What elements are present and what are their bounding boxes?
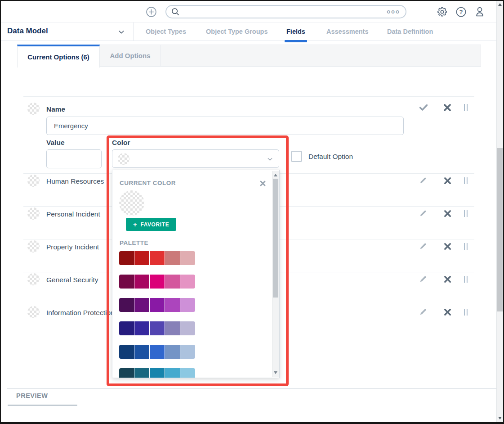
palette-row-indigos [119, 321, 195, 335]
search-icon [170, 7, 180, 17]
palette-swatch[interactable] [119, 345, 134, 359]
palette-swatch[interactable] [150, 251, 165, 265]
user-profile-icon[interactable] [474, 6, 486, 18]
scroll-down-icon[interactable] [498, 417, 502, 419]
nav-item-object-type-groups[interactable]: Object Type Groups [206, 23, 268, 41]
palette-swatch[interactable] [165, 275, 180, 289]
palette-swatch[interactable] [150, 321, 165, 335]
delete-icon[interactable] [443, 242, 452, 251]
delete-icon[interactable] [443, 209, 452, 218]
palette-swatch[interactable] [180, 321, 195, 335]
palette-heading: PALETTE [120, 239, 148, 246]
palette-swatch[interactable] [165, 298, 180, 312]
palette-swatch[interactable] [119, 298, 134, 312]
palette-swatch[interactable] [134, 251, 149, 265]
option-color-swatch-transparent [27, 207, 40, 220]
preview-heading: PREVIEW [16, 392, 48, 399]
gear-icon[interactable] [437, 6, 448, 18]
confirm-icon[interactable] [418, 102, 429, 113]
palette-swatch[interactable] [180, 345, 195, 359]
option-color-swatch-transparent [27, 240, 40, 253]
palette-row-blues [119, 345, 195, 359]
palette-row-reds [119, 251, 195, 265]
palette-swatch[interactable] [180, 298, 195, 312]
edit-pencil-icon[interactable] [419, 176, 428, 185]
palette-swatch[interactable] [119, 321, 134, 335]
palette-swatch[interactable] [150, 275, 165, 289]
palette-swatch[interactable] [150, 298, 165, 312]
palette-swatch[interactable] [134, 298, 149, 312]
section-divider [7, 388, 497, 389]
drag-handle-icon[interactable] [462, 242, 469, 251]
favorite-button[interactable]: + FAVORITE [126, 218, 176, 231]
option-color-swatch-transparent [27, 103, 40, 115]
selected-color-swatch-transparent [118, 153, 129, 165]
palette-swatch[interactable] [134, 321, 149, 335]
palette-row-teals [119, 368, 195, 378]
edit-pencil-icon[interactable] [419, 275, 428, 283]
row-divider [23, 96, 474, 97]
popup-scrollbar-thumb[interactable] [273, 179, 278, 298]
delete-icon[interactable] [443, 275, 452, 284]
tab-add-options[interactable]: Add Options [100, 45, 161, 66]
help-icon[interactable]: ? [455, 6, 467, 18]
close-icon[interactable] [259, 180, 266, 187]
palette-swatch[interactable] [165, 345, 180, 359]
search-input[interactable] [180, 8, 387, 15]
palette-swatch[interactable] [134, 275, 149, 289]
name-input[interactable] [46, 117, 404, 135]
delete-icon[interactable] [443, 176, 452, 185]
drag-handle-icon[interactable] [462, 209, 469, 218]
palette-swatch[interactable] [119, 275, 134, 289]
module-selector-dropdown[interactable]: Data Model [7, 23, 134, 41]
value-input[interactable] [46, 149, 102, 168]
option-row-label: Property Incident [46, 243, 99, 251]
palette-swatch[interactable] [165, 251, 180, 265]
drag-handle-icon[interactable] [462, 103, 469, 112]
page-scrollbar-thumb[interactable] [497, 148, 503, 311]
cancel-icon[interactable] [443, 103, 452, 112]
scroll-up-icon[interactable] [498, 3, 502, 6]
palette-swatch[interactable] [134, 368, 149, 378]
option-color-swatch-transparent [27, 273, 40, 285]
current-color-swatch-transparent [119, 190, 144, 216]
tab-current-options[interactable]: Current Options (6) [17, 45, 100, 68]
popup-scrollbar[interactable] [272, 171, 279, 377]
search-overflow-icon[interactable]: ooo [387, 9, 400, 15]
palette-swatch[interactable] [150, 345, 165, 359]
edit-pencil-icon[interactable] [419, 307, 428, 316]
nav-item-object-types[interactable]: Object Types [146, 23, 186, 41]
default-option-checkbox[interactable] [291, 151, 302, 162]
search-bar[interactable]: ooo [165, 5, 406, 18]
palette-swatch[interactable] [119, 251, 134, 265]
scroll-down-icon[interactable] [274, 371, 277, 374]
nav-item-fields[interactable]: Fields [286, 23, 305, 41]
add-icon[interactable] [146, 6, 157, 18]
preview-underline [8, 405, 77, 406]
nav-item-data-definition[interactable]: Data Definition [387, 23, 433, 41]
palette-swatch[interactable] [150, 368, 165, 378]
palette-swatch[interactable] [180, 368, 195, 378]
palette-swatch[interactable] [165, 368, 180, 378]
drag-handle-icon[interactable] [462, 275, 469, 284]
svg-text:?: ? [459, 9, 463, 15]
scroll-up-icon[interactable] [274, 174, 277, 176]
color-field-label: Color [112, 139, 130, 147]
palette-swatch[interactable] [134, 345, 149, 359]
palette-swatch[interactable] [180, 251, 195, 265]
module-selector-label: Data Model [7, 27, 48, 36]
drag-handle-icon[interactable] [462, 308, 469, 316]
color-select-dropdown[interactable] [112, 149, 279, 168]
option-color-swatch-transparent [27, 306, 40, 318]
delete-icon[interactable] [443, 308, 452, 316]
page-scrollbar[interactable] [496, 1, 503, 422]
app-window: ooo ? Data Model [0, 0, 504, 424]
palette-swatch[interactable] [119, 368, 134, 378]
nav-item-assessments[interactable]: Assessments [326, 23, 369, 41]
palette-swatch[interactable] [165, 321, 180, 335]
edit-pencil-icon[interactable] [419, 242, 428, 250]
default-option-label: Default Option [308, 153, 353, 161]
palette-swatch[interactable] [180, 275, 195, 289]
drag-handle-icon[interactable] [462, 176, 469, 185]
edit-pencil-icon[interactable] [419, 209, 428, 217]
